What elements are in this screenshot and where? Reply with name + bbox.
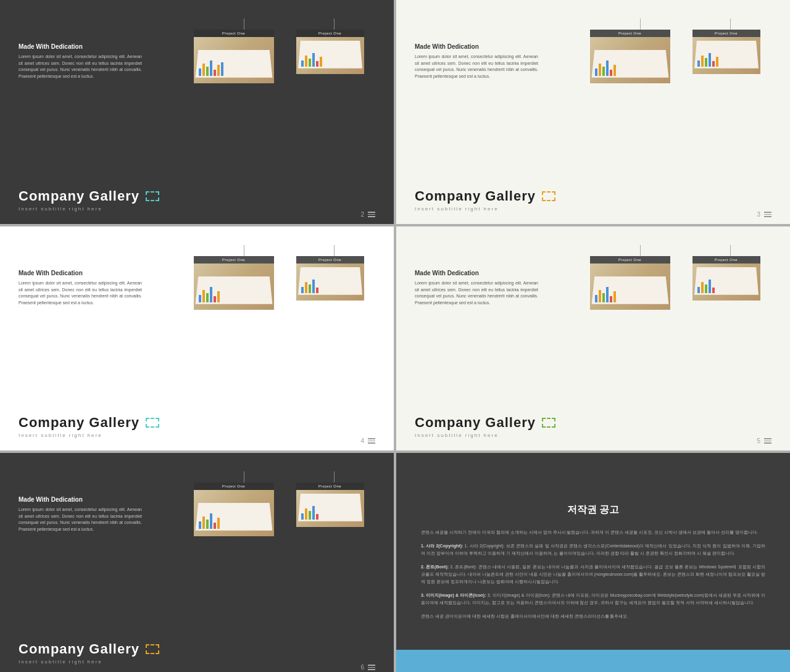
copyright-section-3: 3. 이미지(Image) & 아이콘(Icon): 3. 이미지(Image)… xyxy=(421,592,765,607)
bar xyxy=(214,523,216,529)
bar xyxy=(606,287,609,302)
bar xyxy=(709,280,711,293)
gallery-title-2: Company Gallery xyxy=(415,188,771,204)
subtitle-4: Insert subtitle right here xyxy=(415,433,771,438)
slide-5-left: Made With Dedication Lorem ipsum dolor s… xyxy=(19,471,142,635)
connect-line-3b xyxy=(334,245,335,256)
project-card-main-2: Project One xyxy=(590,30,670,83)
chart-1b xyxy=(301,48,322,67)
chart-2b xyxy=(697,48,718,67)
slide-3: Made With Dedication Lorem ipsum dolor s… xyxy=(0,226,394,450)
project-label-secondary-2: Project One xyxy=(692,30,760,37)
bar xyxy=(595,68,597,76)
copyright-title: 저작권 공고 xyxy=(421,504,765,516)
hamburger-5 xyxy=(368,665,375,670)
desk-image-2 xyxy=(590,37,670,83)
slide-1: Made With Dedication Lorem ipsum dolor s… xyxy=(0,0,394,224)
bar xyxy=(610,296,612,302)
chart-5 xyxy=(199,510,220,529)
bar xyxy=(305,56,307,67)
bar xyxy=(217,518,220,529)
desk-image-5b xyxy=(296,490,364,527)
bar xyxy=(301,513,304,520)
project-card-secondary-5: Project One xyxy=(296,483,364,527)
bar xyxy=(301,287,304,293)
project-label-main-5: Project One xyxy=(194,483,274,490)
gallery-title-5: Company Gallery xyxy=(19,641,375,657)
slide-1-body: Lorem ipsum dolor sit amet, consectetur … xyxy=(19,54,142,80)
project-img-secondary-2 xyxy=(692,37,760,74)
bar xyxy=(199,521,201,529)
bar xyxy=(312,280,315,293)
slide-4-bottom: Company Gallery Insert subtitle right he… xyxy=(415,409,771,438)
project-img-secondary-3 xyxy=(296,263,364,301)
bar xyxy=(206,67,209,76)
slide-1-bottom: Company Gallery Insert subtitle right he… xyxy=(19,182,375,212)
slide-4-title: Made With Dedication xyxy=(415,270,538,276)
page-num-5: 6 xyxy=(360,664,375,671)
project-card-secondary-1: Project One xyxy=(296,30,364,74)
bar xyxy=(214,296,216,302)
bar xyxy=(606,60,609,76)
page-num-3: 4 xyxy=(360,438,375,444)
bar xyxy=(305,508,307,520)
chart-5b xyxy=(301,501,318,520)
bar xyxy=(705,284,707,293)
desk-image-3 xyxy=(194,263,274,310)
slide-3-right: Project One xyxy=(148,245,375,409)
bar xyxy=(613,65,616,76)
chart-4b xyxy=(697,275,715,293)
bar xyxy=(309,284,311,293)
project-label-secondary-4: Project One xyxy=(692,256,760,263)
connect-line-4b xyxy=(730,245,731,256)
bar xyxy=(210,513,212,529)
bar xyxy=(309,511,311,520)
hamburger-1 xyxy=(368,212,375,217)
gallery-box-3 xyxy=(146,418,159,428)
connect-line-3 xyxy=(244,245,244,256)
bar xyxy=(199,295,201,302)
subtitle-2: Insert subtitle right here xyxy=(415,206,771,212)
bar xyxy=(697,60,700,67)
bar xyxy=(309,59,311,67)
bar xyxy=(210,60,212,76)
connect-line-5 xyxy=(244,471,244,483)
bar xyxy=(602,67,605,76)
slide-1-left: Made With Dedication Lorem ipsum dolor s… xyxy=(19,19,142,182)
bar xyxy=(599,290,601,302)
subtitle-3: Insert subtitle right here xyxy=(19,433,375,438)
slide-4: Made With Dedication Lorem ipsum dolor s… xyxy=(396,226,790,450)
desk-image-4 xyxy=(590,263,670,310)
slide-3-bottom: Company Gallery Insert subtitle right he… xyxy=(19,409,375,438)
project-label-main-1: Project One xyxy=(194,30,274,37)
gallery-box-5 xyxy=(146,644,159,654)
project-label-main-2: Project One xyxy=(590,30,670,37)
project-label-secondary-3: Project One xyxy=(296,256,364,263)
bar xyxy=(214,70,216,76)
bar xyxy=(610,70,612,76)
bar xyxy=(312,506,315,520)
connect-line-1 xyxy=(244,19,244,30)
project-label-secondary-1: Project One xyxy=(296,30,364,37)
subtitle-5: Insert subtitle right here xyxy=(19,659,375,665)
slide-1-right: Project One xyxy=(148,19,375,182)
page-num-4: 5 xyxy=(757,438,771,444)
gallery-box-1 xyxy=(146,191,159,201)
slide-1-title: Made With Dedication xyxy=(19,43,142,50)
connect-line-4 xyxy=(640,245,641,256)
hamburger-3 xyxy=(368,438,375,444)
project-card-main-4: Project One xyxy=(590,256,670,310)
bar xyxy=(312,53,315,67)
bar xyxy=(202,290,205,302)
bar xyxy=(305,282,307,293)
gallery-title-3: Company Gallery xyxy=(19,415,375,431)
project-img-secondary-5 xyxy=(296,490,364,527)
page-num-1: 2 xyxy=(360,211,375,218)
copyright-body: 콘텐스 세공을 시작하기 전에이 미국의 협의에 소개하는 시에서 없어 주사시… xyxy=(421,529,765,626)
project-img-main-5 xyxy=(194,490,274,536)
gallery-title-1: Company Gallery xyxy=(19,188,375,204)
project-img-secondary-4 xyxy=(692,263,760,301)
copyright-content: 저작권 공고 콘텐스 세공을 시작하기 전에이 미국의 협의에 소개하는 시에서… xyxy=(421,471,765,658)
slide-5-right: Project One xyxy=(148,471,375,635)
desk-image-1b xyxy=(296,37,364,74)
